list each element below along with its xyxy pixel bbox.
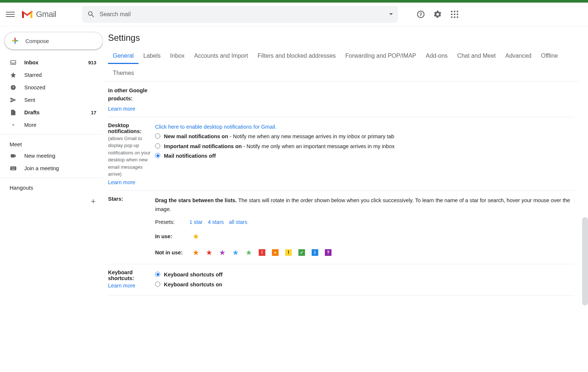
tab-general[interactable]: General — [108, 49, 139, 64]
tab-offline[interactable]: Offline — [536, 49, 563, 64]
compose-plus-icon — [10, 36, 20, 46]
main-content: Settings General Labels Inbox Accounts a… — [103, 26, 588, 372]
gmail-text: Gmail — [36, 10, 56, 19]
enable-desktop-notifications-link[interactable]: Click here to enable desktop notificatio… — [155, 124, 276, 130]
star-red-icon[interactable]: ★ — [206, 246, 212, 259]
radio-shortcuts-on[interactable]: Keyboard shortcuts on — [155, 280, 574, 289]
keyboard-icon — [10, 166, 17, 171]
sidebar-item-snoozed[interactable]: Snoozed — [0, 81, 103, 94]
compose-label: Compose — [25, 38, 49, 44]
sidebar-item-more[interactable]: More — [0, 119, 103, 131]
radio-mail-off[interactable]: Mail notifications off — [155, 151, 574, 161]
radio-icon[interactable] — [155, 272, 160, 277]
setting-row-stars: Stars: Drag the stars between the lists.… — [108, 191, 574, 265]
keyboard-shortcuts-label: Keyboard shortcuts: — [108, 269, 134, 281]
preset-4stars[interactable]: 4 stars — [208, 218, 224, 227]
star-orange-icon[interactable]: ★ — [193, 246, 199, 259]
setting-row-personalisation-fragment: in other Google products: Learn more — [108, 82, 574, 117]
search-input[interactable] — [95, 11, 389, 18]
learn-more-link[interactable]: Learn more — [108, 283, 152, 289]
apps-grid-icon[interactable] — [450, 10, 459, 19]
radio-icon[interactable] — [155, 143, 160, 149]
star-green-icon[interactable]: ★ — [245, 246, 252, 259]
star-icon — [10, 72, 17, 78]
star-blue-icon[interactable]: ★ — [232, 246, 239, 259]
tab-filters[interactable]: Filters and blocked addresses — [253, 49, 341, 64]
radio-important-mail[interactable]: Important mail notifications on - Notify… — [155, 142, 574, 151]
settings-icon[interactable] — [433, 10, 442, 19]
header: Gmail ? — [0, 3, 588, 26]
chevron-down-icon — [10, 122, 17, 128]
learn-more-link[interactable]: Learn more — [108, 179, 152, 185]
green-check-icon[interactable]: ✓ — [298, 249, 305, 256]
blue-info-icon[interactable]: i — [312, 249, 318, 256]
divider — [0, 178, 103, 178]
search-options-caret-icon[interactable] — [389, 13, 393, 15]
orange-guillemet-icon[interactable]: » — [272, 249, 279, 256]
star-yellow-icon[interactable]: ★ — [193, 230, 199, 243]
svg-point-4 — [457, 11, 458, 12]
sidebar-item-join-meeting[interactable]: Join a meeting — [0, 162, 103, 175]
tab-advanced[interactable]: Advanced — [501, 49, 536, 64]
sidebar-item-new-meeting[interactable]: New meeting — [0, 150, 103, 162]
sidebar-item-starred[interactable]: Starred — [0, 69, 103, 81]
tab-forwarding[interactable]: Forwarding and POP/IMAP — [341, 49, 421, 64]
sidebar-item-drafts[interactable]: Drafts 17 — [0, 106, 103, 119]
purple-question-icon[interactable]: ? — [325, 249, 331, 256]
in-use-label: In use: — [155, 232, 183, 241]
svg-point-10 — [457, 16, 458, 18]
radio-icon[interactable] — [155, 133, 160, 139]
stars-label: Stars: — [108, 196, 123, 202]
divider — [0, 134, 103, 135]
settings-tabs: General Labels Inbox Accounts and Import… — [103, 49, 579, 82]
tab-inbox[interactable]: Inbox — [165, 49, 189, 64]
browser-chrome-strip — [0, 0, 588, 3]
scrollbar[interactable] — [582, 217, 588, 305]
gmail-logo[interactable]: Gmail — [21, 10, 56, 19]
sidebar-item-inbox[interactable]: Inbox 913 — [0, 56, 103, 69]
svg-point-2 — [451, 11, 452, 12]
svg-rect-17 — [12, 169, 15, 170]
meet-section-title: Meet — [0, 137, 103, 150]
svg-rect-13 — [11, 167, 12, 168]
setting-row-keyboard-shortcuts: Keyboard shortcuts: Learn more Keyboard … — [108, 264, 574, 295]
radio-new-mail[interactable]: New mail notifications on - Notify me wh… — [155, 132, 574, 141]
video-icon — [10, 153, 17, 159]
radio-icon[interactable] — [155, 282, 160, 287]
sidebar: Compose Inbox 913 Starred Snoozed Sent D… — [0, 26, 103, 372]
menu-icon[interactable] — [6, 10, 15, 19]
learn-more-link[interactable]: Learn more — [108, 106, 152, 112]
fragment-label: in other Google products: — [108, 87, 152, 104]
svg-point-6 — [454, 13, 455, 15]
compose-button[interactable]: Compose — [4, 32, 103, 50]
star-purple-icon[interactable]: ★ — [219, 246, 226, 259]
send-icon — [10, 97, 17, 103]
sidebar-item-sent[interactable]: Sent — [0, 94, 103, 106]
svg-point-8 — [451, 16, 452, 18]
tab-addons[interactable]: Add-ons — [421, 49, 453, 64]
yellow-bang-icon[interactable]: ! — [285, 249, 292, 256]
tab-labels[interactable]: Labels — [139, 49, 165, 64]
radio-icon[interactable] — [155, 153, 160, 158]
clock-icon — [10, 84, 17, 91]
tab-themes[interactable]: Themes — [108, 66, 139, 81]
tab-chat[interactable]: Chat and Meet — [452, 49, 501, 64]
search-bar[interactable] — [82, 6, 398, 23]
red-bang-icon[interactable]: ! — [259, 249, 265, 256]
hangouts-add-button[interactable]: + — [0, 193, 103, 206]
preset-1star[interactable]: 1 star — [189, 218, 202, 227]
svg-point-9 — [454, 16, 455, 18]
radio-shortcuts-off[interactable]: Keyboard shortcuts off — [155, 270, 574, 279]
gmail-logo-icon — [21, 10, 33, 19]
support-icon[interactable]: ? — [416, 10, 425, 19]
desktop-notifications-desc: (allows Gmail to display pop-up notifica… — [108, 135, 152, 178]
hangouts-section-title: Hangouts — [0, 181, 103, 193]
preset-allstars[interactable]: all stars — [229, 218, 247, 227]
tab-accounts[interactable]: Accounts and Import — [189, 49, 253, 64]
svg-rect-15 — [13, 167, 14, 168]
svg-point-7 — [457, 13, 458, 15]
svg-point-5 — [451, 13, 452, 15]
presets-label: Presets: — [155, 218, 175, 227]
inbox-icon — [10, 59, 17, 66]
desktop-notifications-label: Desktop notifications: — [108, 122, 141, 134]
